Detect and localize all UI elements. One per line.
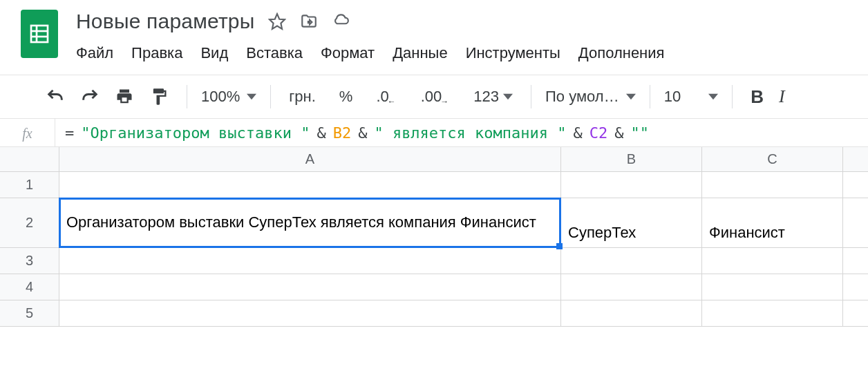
cell[interactable]: [59, 274, 561, 300]
menu-data[interactable]: Данные: [393, 44, 447, 62]
menu-view[interactable]: Вид: [200, 44, 228, 62]
cell[interactable]: [843, 248, 868, 274]
font-size-dropdown[interactable]: 10: [664, 88, 718, 106]
menu-format[interactable]: Формат: [321, 44, 375, 62]
font-size-value: 10: [664, 88, 681, 106]
number-format-dropdown[interactable]: 123: [469, 88, 517, 106]
toolbar-separator: [270, 85, 271, 108]
italic-button[interactable]: I: [775, 86, 789, 107]
column-header-b[interactable]: B: [561, 147, 702, 172]
cell[interactable]: [843, 198, 868, 248]
menu-file[interactable]: Файл: [76, 44, 113, 62]
column-header-a[interactable]: A: [59, 147, 561, 172]
percent-button[interactable]: %: [335, 88, 357, 106]
cloud-status-icon[interactable]: [332, 12, 350, 30]
currency-button[interactable]: грн.: [285, 88, 320, 106]
formula-token: "": [631, 124, 650, 142]
cell-value: СуперТех: [568, 224, 636, 242]
cell-a2-selected[interactable]: Организатором выставки СуперТех является…: [59, 198, 561, 248]
cell[interactable]: [561, 248, 702, 274]
formula-token: " является компания ": [374, 124, 566, 142]
menu-edit[interactable]: Правка: [131, 44, 182, 62]
formula-token: C2: [589, 124, 608, 142]
star-icon[interactable]: [268, 12, 286, 30]
font-family-value: По умол…: [545, 88, 619, 106]
row-header-3[interactable]: 3: [0, 248, 59, 274]
cell[interactable]: [843, 172, 868, 198]
toolbar-separator: [531, 85, 531, 108]
menu-insert[interactable]: Вставка: [246, 44, 303, 62]
toolbar-separator: [650, 85, 650, 108]
sheets-icon: [28, 23, 50, 45]
undo-button[interactable]: [41, 87, 69, 106]
redo-button[interactable]: [76, 87, 104, 106]
column-header-next[interactable]: [843, 147, 868, 172]
zoom-dropdown[interactable]: 100%: [201, 88, 256, 106]
cell[interactable]: [59, 172, 561, 198]
cell[interactable]: [843, 274, 868, 300]
row-header-4[interactable]: 4: [0, 274, 59, 300]
font-family-dropdown[interactable]: По умол…: [545, 88, 636, 106]
cell[interactable]: [561, 172, 702, 198]
cell[interactable]: [843, 300, 868, 327]
svg-marker-4: [270, 14, 285, 29]
sheets-logo[interactable]: [21, 10, 58, 58]
row-header-5[interactable]: 5: [0, 300, 59, 327]
menu-addons[interactable]: Дополнения: [578, 44, 665, 62]
bold-button[interactable]: B: [746, 86, 768, 108]
select-all-corner[interactable]: [0, 147, 59, 172]
chevron-down-icon: [503, 88, 513, 106]
increase-decimal-button[interactable]: .00→: [417, 88, 455, 106]
selection-handle[interactable]: [556, 243, 563, 249]
toolbar-separator: [187, 85, 187, 108]
decrease-decimal-button[interactable]: .0←: [372, 88, 401, 106]
toolbar: 100% грн. % .0← .00→ 123 По умол… 10: [0, 75, 868, 118]
cell[interactable]: [702, 248, 843, 274]
chevron-down-icon: [708, 88, 718, 106]
fx-label: fx: [0, 119, 55, 146]
cell[interactable]: [702, 172, 843, 198]
cell[interactable]: [59, 300, 561, 327]
paint-format-button[interactable]: [145, 87, 173, 106]
spreadsheet-grid: A B C 1 2 Организатором выставки СуперТе…: [0, 147, 868, 327]
cell-value: Финансист: [709, 224, 785, 242]
formula-bar: fx = "Организатором выставки " & B2 & " …: [0, 118, 868, 147]
formula-token: "Организатором выставки ": [81, 124, 310, 142]
formula-token: &: [358, 124, 367, 142]
formula-token: &: [317, 124, 326, 142]
svg-rect-0: [31, 26, 48, 42]
formula-input[interactable]: = "Организатором выставки " & B2 & " явл…: [55, 124, 649, 142]
row-header-1[interactable]: 1: [0, 172, 59, 198]
move-to-folder-icon[interactable]: [300, 12, 318, 30]
cell-b2[interactable]: СуперТех: [561, 198, 702, 248]
chevron-down-icon: [247, 88, 256, 106]
cell[interactable]: [59, 248, 561, 274]
formula-token: =: [65, 124, 74, 142]
print-button[interactable]: [111, 87, 138, 106]
column-header-c[interactable]: C: [702, 147, 843, 172]
toolbar-separator: [732, 85, 733, 108]
row-header-2[interactable]: 2: [0, 198, 59, 248]
document-title[interactable]: Новые параметры: [76, 10, 254, 33]
formula-token: B2: [333, 124, 352, 142]
app-header: Новые параметры Файл Правка Вид: [0, 0, 868, 65]
cell[interactable]: [561, 300, 702, 327]
cell[interactable]: [561, 274, 702, 300]
main-menubar: Файл Правка Вид Вставка Формат Данные Ин…: [76, 44, 664, 62]
cell[interactable]: [702, 300, 843, 327]
formula-token: &: [614, 124, 623, 142]
cell-value: Организатором выставки СуперТех является…: [66, 213, 536, 233]
zoom-value: 100%: [201, 88, 240, 106]
chevron-down-icon: [626, 88, 636, 106]
menu-tools[interactable]: Инструменты: [466, 44, 560, 62]
formula-token: &: [574, 124, 583, 142]
cell-c2[interactable]: Финансист: [702, 198, 843, 248]
cell[interactable]: [702, 274, 843, 300]
